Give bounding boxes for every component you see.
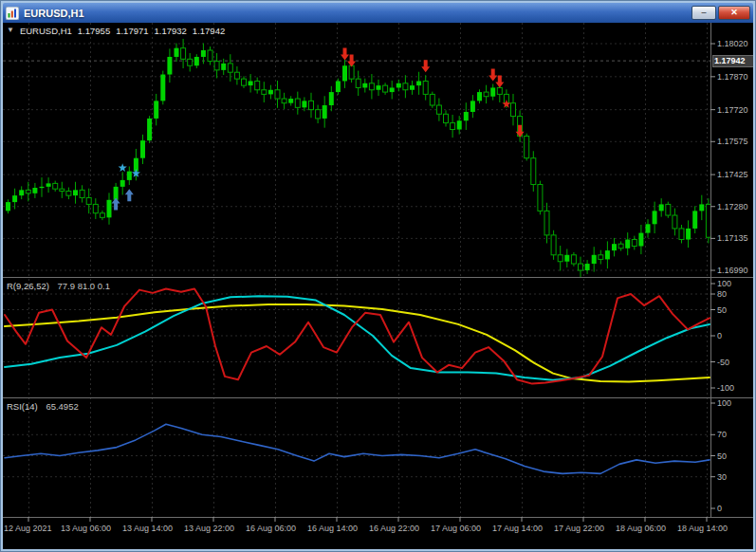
time-axis-label: 18 Aug 06:00 bbox=[616, 524, 666, 533]
symbol-label: EURUSD,H1 bbox=[20, 26, 72, 36]
chart-window: EURUSD,H1 – ✕ ▼ EURUSD,H1 1.17955 1.1797… bbox=[0, 0, 756, 552]
time-axis-label: 13 Aug 14:00 bbox=[122, 524, 173, 533]
indicator-scale-label: 80 bbox=[717, 289, 727, 299]
rsi-name: RSI(14) bbox=[7, 401, 38, 412]
rsi-scale-label: 70 bbox=[717, 430, 727, 439]
rsi-scale-label: 0 bbox=[717, 504, 722, 513]
time-axis-label: 18 Aug 14:00 bbox=[677, 524, 728, 533]
bid-price-badge: 1.17942 bbox=[712, 55, 753, 67]
price-scale-label: 1.17280 bbox=[717, 202, 748, 212]
time-axis-label: 16 Aug 14:00 bbox=[307, 524, 358, 533]
minimize-button[interactable]: – bbox=[691, 6, 716, 20]
time-axis-label: 12 Aug 2021 bbox=[4, 524, 52, 533]
rsi-scale-label: 50 bbox=[717, 451, 727, 461]
window-controls: – ✕ bbox=[691, 6, 750, 20]
chart-content: ▼ EURUSD,H1 1.17955 1.17971 1.17932 1.17… bbox=[3, 23, 753, 549]
price-scale-label: 1.18020 bbox=[717, 39, 748, 48]
open-value: 1.17955 bbox=[78, 26, 110, 36]
price-scale-label: 1.17870 bbox=[717, 72, 748, 82]
close-value: 1.17942 bbox=[193, 26, 225, 36]
indicator-scale-label: 100 bbox=[717, 279, 731, 288]
indicator-scale-label: -50 bbox=[717, 358, 729, 367]
indicator-scale-label: -100 bbox=[717, 383, 734, 393]
high-value: 1.17971 bbox=[116, 26, 148, 36]
chart-app-icon bbox=[6, 7, 19, 20]
time-axis-label: 17 Aug 14:00 bbox=[492, 524, 543, 533]
indicator1-values: 77.9 81.0 0.1 bbox=[58, 281, 110, 291]
time-axis-label: 17 Aug 22:00 bbox=[554, 524, 604, 533]
indicator1-label: R(9,26,52) 77.9 81.0 0.1 bbox=[7, 281, 110, 291]
chart-dropdown-icon[interactable]: ▼ bbox=[7, 26, 14, 36]
time-axis-label: 16 Aug 06:00 bbox=[246, 524, 296, 533]
rsi-scale-label: 100 bbox=[717, 398, 731, 408]
rsi-value: 65.4952 bbox=[46, 401, 78, 412]
rsi-label: RSI(14) 65.4952 bbox=[7, 401, 79, 412]
rsi-scale-label: 30 bbox=[717, 472, 727, 482]
time-axis-label: 13 Aug 06:00 bbox=[61, 524, 111, 533]
indicator-scale-label: 50 bbox=[717, 305, 727, 315]
price-scale-label: 1.17425 bbox=[717, 170, 748, 179]
price-scale-label: 1.17720 bbox=[717, 105, 748, 115]
ohlc-header: ▼ EURUSD,H1 1.17955 1.17971 1.17932 1.17… bbox=[7, 26, 225, 36]
titlebar[interactable]: EURUSD,H1 – ✕ bbox=[3, 3, 753, 23]
time-axis-label: 13 Aug 22:00 bbox=[184, 524, 234, 533]
price-scale-label: 1.16990 bbox=[717, 266, 748, 275]
low-value: 1.17932 bbox=[155, 26, 187, 36]
chart-canvas[interactable] bbox=[3, 23, 753, 549]
price-scale-label: 1.17135 bbox=[717, 233, 748, 243]
window-title: EURUSD,H1 bbox=[24, 8, 691, 19]
indicator-scale-label: 0 bbox=[717, 331, 722, 340]
time-axis-label: 16 Aug 22:00 bbox=[369, 524, 419, 533]
price-scale-label: 1.17575 bbox=[717, 137, 748, 146]
indicator1-name: R(9,26,52) bbox=[7, 281, 49, 291]
time-axis-label: 17 Aug 06:00 bbox=[431, 524, 481, 533]
close-button[interactable]: ✕ bbox=[718, 6, 750, 20]
